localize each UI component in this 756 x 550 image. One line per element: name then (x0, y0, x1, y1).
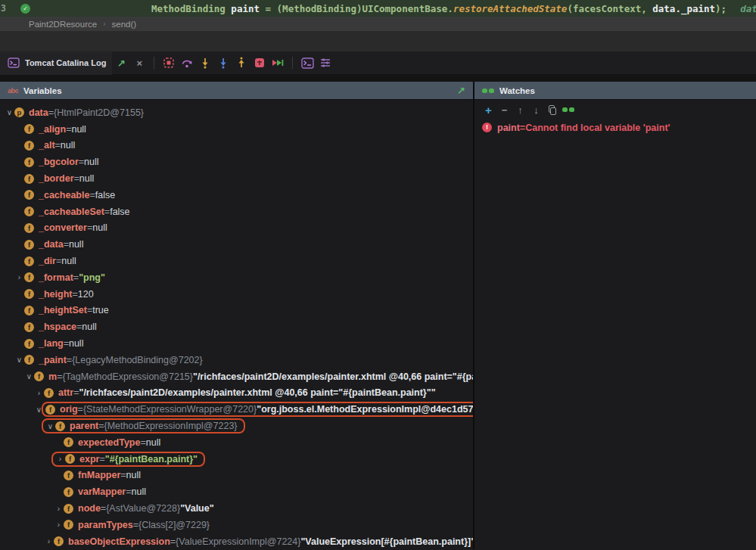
run-to-cursor-icon[interactable] (270, 55, 285, 70)
variable-value: = (170, 536, 176, 547)
annotation-highlight-box: forig = {StateMethodExpressionWrapper@72… (42, 402, 473, 417)
variable-row[interactable]: ›fbaseObjectExpression = {ValueExpressio… (0, 533, 473, 549)
breadcrumb-separator: › (103, 20, 105, 28)
variable-name: _lang (39, 338, 64, 349)
variable-value: {MethodExpressionImpl@7223} (104, 421, 238, 431)
error-icon: ! (482, 123, 492, 132)
variable-row[interactable]: f_heightSet = true (0, 303, 473, 319)
close-tab-icon[interactable]: × (132, 55, 147, 70)
collapsed-chevron-icon[interactable]: › (34, 389, 44, 397)
editor-empty-area (0, 31, 756, 51)
variable-row[interactable]: ∨fm = {TagMethodExpression@7215} "/richf… (0, 368, 473, 385)
tab-tomcat-catalina-log[interactable]: Tomcat Catalina Log (0, 51, 112, 75)
variable-row[interactable]: fvarMapper = null (0, 483, 473, 500)
evaluate-expression-icon[interactable] (252, 55, 267, 70)
variable-value: null (146, 437, 160, 448)
variable-name: varMapper (78, 486, 126, 497)
variable-row[interactable]: f_converter = null (0, 220, 473, 237)
variable-row[interactable]: f_lang = null (0, 335, 473, 352)
variable-row[interactable]: fexpectedType = null (0, 434, 473, 451)
variable-row[interactable]: f_data = null (0, 236, 473, 253)
variable-row[interactable]: ∨f_paint = {LegacyMethodBinding@7202} (0, 352, 473, 368)
expanded-chevron-icon[interactable]: ∨ (45, 422, 55, 430)
variable-name: _cacheableSet (39, 207, 104, 217)
variable-value: = (73, 387, 79, 398)
move-watch-up-button[interactable]: ↑ (512, 103, 528, 117)
open-in-editor-icon[interactable]: ↗ (114, 55, 129, 70)
editor-gutter[interactable]: 3 ✓ (0, 3, 42, 14)
variable-value: = (56, 256, 61, 266)
expanded-chevron-icon[interactable]: ∨ (14, 356, 24, 364)
copy-icon[interactable] (544, 103, 560, 117)
variables-header[interactable]: abc Variables ↗ (0, 82, 473, 100)
variable-value: = (87, 305, 92, 315)
watches-header[interactable]: Watches (474, 82, 756, 100)
collapsed-chevron-icon[interactable]: › (14, 273, 24, 281)
variable-row[interactable]: f_align = null (0, 121, 473, 138)
expanded-chevron-icon[interactable]: ∨ (5, 108, 14, 117)
variable-row[interactable]: ›f_format = "png" (0, 269, 473, 286)
watch-row[interactable]: ! paint = Cannot find local variable 'pa… (474, 120, 756, 136)
show-watches-icon[interactable] (560, 103, 576, 117)
variable-row[interactable]: f_hspace = null (0, 319, 473, 335)
variable-name: fnMapper (78, 470, 120, 480)
step-out-icon[interactable] (234, 55, 249, 70)
variable-name: _bgcolor (39, 157, 79, 167)
variable-row[interactable]: f_bgcolor = null (0, 154, 473, 170)
variable-row[interactable]: f_height = 120 (0, 286, 473, 303)
variable-value: = (48, 107, 54, 118)
variable-value: false (110, 207, 129, 217)
variable-row[interactable]: ffnMapper = null (0, 468, 473, 484)
variable-row[interactable]: f_dir = null (0, 253, 473, 269)
code-token: ); (715, 3, 726, 14)
remove-watch-button[interactable]: − (496, 103, 512, 117)
variable-row[interactable]: f_alt = null (0, 138, 473, 154)
collapsed-chevron-icon[interactable]: › (55, 455, 65, 463)
expanded-chevron-icon[interactable]: ∨ (24, 372, 34, 381)
variable-name: baseObjectExpression (68, 536, 170, 547)
code-token: restoreAttachedState (453, 3, 568, 14)
variable-row[interactable]: ›fattr = "/richfaces/paint2D/examples/pa… (0, 385, 473, 402)
open-console-icon[interactable] (300, 55, 315, 70)
watch-eq: = (520, 123, 525, 133)
variable-row[interactable]: f_cacheable = false (0, 187, 473, 204)
force-step-into-icon[interactable] (216, 55, 231, 70)
watch-error-message: Cannot find local variable 'paint' (525, 123, 670, 133)
variable-name: expectedType (78, 437, 140, 448)
variable-row[interactable]: ›fexpr = "#{paintBean.paint}" (0, 451, 473, 468)
variable-value: null (84, 157, 98, 167)
collapsed-chevron-icon[interactable]: › (54, 520, 64, 529)
variable-name: paramTypes (78, 520, 133, 530)
step-over-icon[interactable] (179, 55, 194, 70)
field-icon: f (55, 421, 65, 431)
breadcrumb-method[interactable]: send() (111, 20, 136, 29)
variable-value: null (69, 239, 83, 250)
panel-gap (0, 75, 756, 82)
variable-row[interactable]: ∨forig = {StateMethodExpressionWrapper@7… (0, 401, 473, 418)
expand-panel-icon[interactable]: ↗ (457, 85, 465, 96)
code-token: (facesContext, (567, 3, 652, 14)
move-watch-down-button[interactable]: ↓ (528, 103, 544, 117)
collapsed-chevron-icon[interactable]: › (44, 537, 54, 545)
add-watch-button[interactable]: + (481, 103, 496, 117)
variable-row[interactable]: ›fnode = {AstValue@7228} "Value" (0, 500, 473, 517)
code-token: = (MethodBinding)UIComponentBase. (260, 3, 453, 14)
variable-row[interactable]: f_border = null (0, 170, 473, 187)
variable-row[interactable]: ›fparamTypes = {Class[2]@7229} (0, 517, 473, 533)
variable-value: {ValueExpressionImpl@7224} (176, 536, 300, 547)
layout-settings-icon[interactable] (318, 55, 333, 70)
breadcrumb-class[interactable]: Paint2DResource (29, 20, 97, 29)
variables-tree: ∨pdata = {HtmlPaint2D@7155}f_align = nul… (0, 100, 473, 549)
verified-breakpoint-icon[interactable]: ✓ (20, 4, 30, 14)
variable-value: false (95, 190, 115, 200)
variable-name: _heightSet (39, 305, 87, 315)
step-into-icon[interactable] (198, 55, 213, 70)
variable-row[interactable]: ∨fparent = {MethodExpressionImpl@7223} (0, 418, 473, 434)
variable-value: = (101, 503, 106, 514)
breadcrumb: Paint2DResource › send() (0, 17, 756, 31)
variable-row[interactable]: f_cacheableSet = false (0, 204, 473, 220)
variable-row[interactable]: ∨pdata = {HtmlPaint2D@7155} (0, 104, 473, 121)
show-execution-point-icon[interactable] (161, 55, 176, 70)
watches-glasses-icon (482, 89, 494, 93)
collapsed-chevron-icon[interactable]: › (54, 505, 64, 513)
